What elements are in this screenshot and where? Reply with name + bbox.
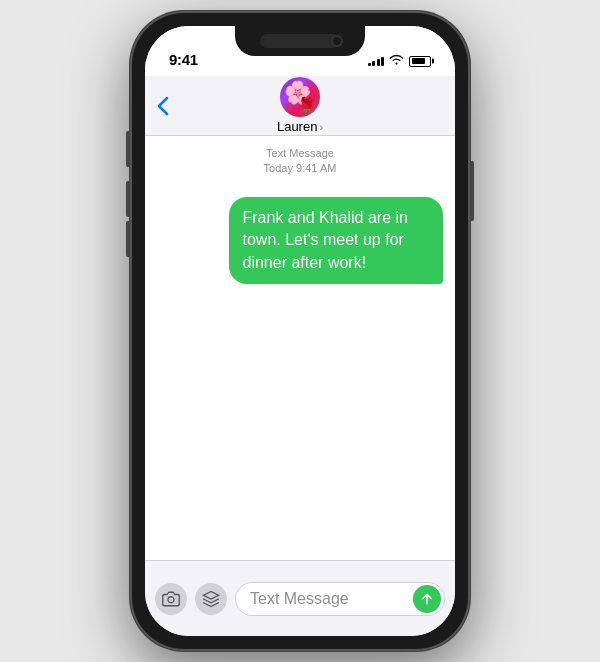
status-icons (368, 54, 432, 68)
contact-chevron-icon: › (319, 121, 323, 133)
camera-button[interactable] (155, 583, 187, 615)
message-bubble-container: Frank and Khalid are in town. Let's meet… (157, 197, 443, 284)
phone-device: 9:41 (130, 11, 470, 651)
message-type-label: Text Message Today 9:41 AM (264, 146, 337, 177)
signal-icon (368, 57, 385, 66)
message-bubble: Frank and Khalid are in town. Let's meet… (229, 197, 444, 284)
send-icon (420, 592, 434, 606)
camera-icon (162, 590, 180, 608)
wifi-icon (389, 54, 404, 68)
nav-bar: Lauren › (145, 76, 455, 136)
input-bar: Text Message (145, 560, 455, 636)
message-group: Text Message Today 9:41 AM (157, 146, 443, 177)
status-time: 9:41 (169, 51, 198, 68)
phone-screen: 9:41 (145, 26, 455, 636)
message-area: Text Message Today 9:41 AM Frank and Kha… (145, 136, 455, 560)
contact-name: Lauren › (277, 119, 323, 134)
contact-info[interactable]: Lauren › (187, 77, 413, 134)
avatar (280, 77, 320, 117)
text-input-container[interactable]: Text Message (235, 582, 445, 616)
notch-camera (331, 35, 343, 47)
notch-speaker (260, 34, 340, 48)
back-button[interactable] (157, 96, 187, 116)
appstore-icon (202, 590, 220, 608)
battery-icon (409, 56, 431, 67)
text-input-placeholder: Text Message (250, 590, 349, 608)
send-button[interactable] (413, 585, 441, 613)
appstore-button[interactable] (195, 583, 227, 615)
svg-point-0 (168, 596, 174, 602)
phone-frame: 9:41 (0, 0, 600, 662)
notch (235, 26, 365, 56)
status-bar: 9:41 (145, 26, 455, 76)
